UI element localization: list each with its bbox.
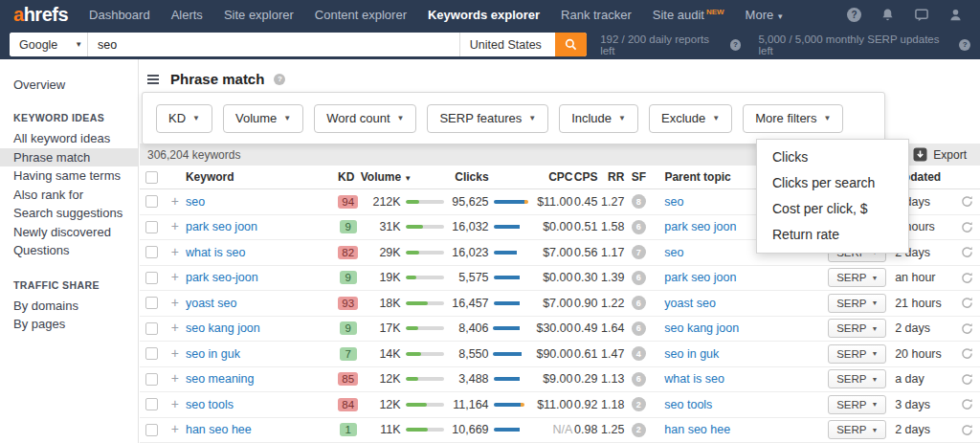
menu-item-clicks[interactable]: Clicks bbox=[757, 144, 908, 170]
sidebar-item-all-keyword-ideas[interactable]: All keyword ideas bbox=[0, 129, 138, 148]
serp-button[interactable]: SERP▼ bbox=[828, 294, 886, 313]
menu-toggle-icon[interactable] bbox=[145, 73, 161, 86]
refresh-icon[interactable] bbox=[961, 272, 973, 284]
parent-topic-link[interactable]: seo bbox=[664, 246, 683, 259]
sidebar-item-search-suggestions[interactable]: Search suggestions bbox=[0, 204, 138, 223]
sidebar-item-having-same-terms[interactable]: Having same terms bbox=[0, 166, 138, 186]
add-to-list-icon[interactable]: + bbox=[171, 269, 179, 284]
menu-item-clicks-per-search[interactable]: Clicks per search bbox=[757, 170, 908, 196]
sidebar-item-questions[interactable]: Questions bbox=[0, 241, 138, 260]
row-checkbox[interactable] bbox=[145, 272, 158, 284]
col-header-cps[interactable]: CPS bbox=[573, 170, 598, 184]
menu-item-cost-per-click[interactable]: Cost per click, $ bbox=[757, 196, 908, 222]
nav-item-content-explorer[interactable]: Content explorer bbox=[315, 8, 407, 22]
add-to-list-icon[interactable]: + bbox=[171, 295, 179, 310]
add-to-list-icon[interactable]: + bbox=[171, 370, 179, 386]
keyword-link[interactable]: seo in guk bbox=[186, 347, 240, 361]
nav-item-alerts[interactable]: Alerts bbox=[171, 8, 203, 22]
keyword-link[interactable]: park seo joon bbox=[186, 220, 257, 233]
filter-button-include[interactable]: Include▼ bbox=[559, 104, 638, 133]
account-icon[interactable] bbox=[948, 8, 963, 22]
messages-icon[interactable] bbox=[914, 8, 929, 22]
sidebar-item-phrase-match[interactable]: Phrase match bbox=[0, 148, 138, 167]
add-to-list-icon[interactable]: + bbox=[171, 345, 179, 361]
keyword-link[interactable]: seo meaning bbox=[186, 372, 255, 386]
col-header-clicks[interactable]: Clicks bbox=[449, 170, 489, 184]
refresh-icon[interactable] bbox=[961, 221, 973, 233]
select-all-checkbox[interactable] bbox=[145, 171, 158, 184]
row-checkbox[interactable] bbox=[145, 322, 158, 335]
parent-topic-link[interactable]: park seo joon bbox=[664, 220, 736, 233]
col-header-volume[interactable]: Volume▼ bbox=[361, 170, 409, 184]
refresh-icon[interactable] bbox=[961, 297, 973, 309]
keyword-query-input[interactable] bbox=[88, 33, 459, 56]
sidebar-item-by-domains[interactable]: By domains bbox=[0, 297, 138, 316]
row-checkbox[interactable] bbox=[145, 373, 158, 386]
serp-button[interactable]: SERP▼ bbox=[828, 369, 886, 388]
sidebar-item-overview[interactable]: Overview bbox=[0, 75, 138, 95]
parent-topic-link[interactable]: seo in guk bbox=[664, 347, 719, 361]
filter-button-word-count[interactable]: Word count▼ bbox=[314, 104, 416, 133]
add-to-list-icon[interactable]: + bbox=[171, 421, 179, 436]
row-checkbox[interactable] bbox=[145, 347, 158, 360]
search-engine-select[interactable]: Google ▼ bbox=[10, 33, 88, 56]
parent-topic-link[interactable]: yoast seo bbox=[664, 297, 716, 310]
row-checkbox[interactable] bbox=[145, 195, 158, 208]
add-to-list-icon[interactable]: + bbox=[171, 244, 179, 259]
keyword-link[interactable]: park seo-joon bbox=[186, 271, 258, 284]
refresh-icon[interactable] bbox=[961, 195, 973, 208]
col-header-sf[interactable]: SF bbox=[624, 170, 653, 184]
serp-button[interactable]: SERP▼ bbox=[828, 395, 886, 414]
serp-button[interactable]: SERP▼ bbox=[828, 268, 886, 287]
ahrefs-logo[interactable]: ahrefs bbox=[13, 4, 68, 26]
add-to-list-icon[interactable]: + bbox=[171, 193, 179, 209]
nav-item-site-explorer[interactable]: Site explorer bbox=[224, 8, 294, 22]
parent-topic-link[interactable]: han seo hee bbox=[664, 423, 730, 436]
keyword-link[interactable]: han seo hee bbox=[186, 423, 252, 436]
export-button[interactable]: Export bbox=[913, 147, 967, 162]
row-checkbox[interactable] bbox=[145, 221, 158, 233]
nav-item-more[interactable]: More▼ bbox=[746, 8, 785, 22]
parent-topic-link[interactable]: seo bbox=[664, 195, 683, 209]
parent-topic-link[interactable]: seo tools bbox=[664, 398, 712, 411]
serp-button[interactable]: SERP▼ bbox=[828, 420, 886, 439]
refresh-icon[interactable] bbox=[961, 347, 973, 360]
filter-button-kd[interactable]: KD▼ bbox=[156, 104, 212, 133]
filter-button-volume[interactable]: Volume▼ bbox=[223, 104, 303, 133]
refresh-icon[interactable] bbox=[961, 373, 973, 386]
keyword-link[interactable]: yoast seo bbox=[186, 297, 237, 310]
row-checkbox[interactable] bbox=[145, 398, 158, 410]
refresh-icon[interactable] bbox=[961, 322, 973, 335]
keyword-link[interactable]: seo bbox=[186, 195, 205, 209]
sidebar-item-newly-discovered[interactable]: Newly discovered bbox=[0, 223, 138, 242]
serp-button[interactable]: SERP▼ bbox=[828, 319, 886, 338]
sidebar-item-also-rank-for[interactable]: Also rank for bbox=[0, 186, 138, 205]
filter-button-serp-features[interactable]: SERP features▼ bbox=[427, 104, 548, 133]
parent-topic-link[interactable]: seo kang joon bbox=[664, 321, 739, 335]
info-icon[interactable]: ? bbox=[730, 39, 742, 51]
add-to-list-icon[interactable]: + bbox=[171, 218, 179, 233]
row-checkbox[interactable] bbox=[145, 297, 158, 309]
parent-topic-link[interactable]: what is seo bbox=[664, 372, 724, 386]
serp-button[interactable]: SERP▼ bbox=[828, 344, 886, 364]
refresh-icon[interactable] bbox=[961, 398, 973, 410]
refresh-icon[interactable] bbox=[961, 246, 973, 258]
col-header-rr[interactable]: RR bbox=[597, 170, 624, 184]
nav-item-dashboard[interactable]: Dashboard bbox=[89, 8, 150, 22]
nav-item-rank-tracker[interactable]: Rank tracker bbox=[561, 8, 632, 22]
row-checkbox[interactable] bbox=[145, 424, 158, 436]
refresh-icon[interactable] bbox=[961, 424, 973, 436]
parent-topic-link[interactable]: park seo joon bbox=[664, 271, 736, 284]
keyword-link[interactable]: what is seo bbox=[186, 246, 246, 259]
filter-button-exclude[interactable]: Exclude▼ bbox=[649, 104, 732, 133]
row-checkbox[interactable] bbox=[145, 246, 158, 258]
col-header-kd[interactable]: KD bbox=[332, 170, 361, 184]
help-icon[interactable]: ? bbox=[847, 8, 861, 22]
info-icon[interactable]: ? bbox=[274, 74, 285, 85]
country-select[interactable]: United States ▼ bbox=[459, 33, 555, 56]
filter-button-more-filters[interactable]: More filters▼ bbox=[743, 104, 843, 133]
info-icon[interactable]: ? bbox=[959, 39, 970, 51]
keyword-link[interactable]: seo tools bbox=[186, 398, 234, 411]
sidebar-item-by-pages[interactable]: By pages bbox=[0, 315, 138, 334]
nav-item-keywords-explorer[interactable]: Keywords explorer bbox=[428, 8, 540, 22]
